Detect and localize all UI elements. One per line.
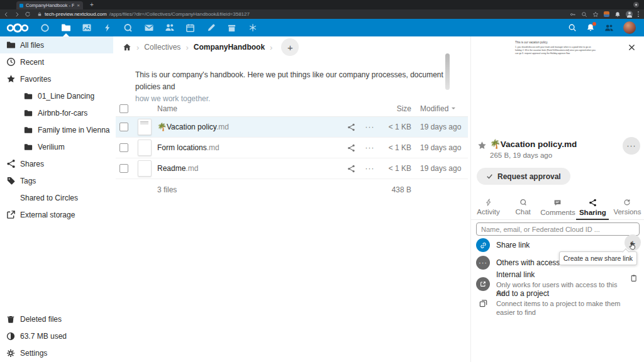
table-row[interactable]: Form locations.md ··· < 1 KB 19 days ago [116,138,468,158]
sidebar-item-folder[interactable]: Family time in Vienna [0,121,113,138]
row-actions-icon[interactable]: ··· [358,143,381,152]
add-to-project-title: Add to a project [496,289,625,299]
cursor-pointer [628,241,636,250]
sidebar-item-tags[interactable]: Tags [0,172,113,189]
browser-menu-icon[interactable] [638,11,639,16]
sidebar-item-favorites[interactable]: Favorites [0,70,113,87]
folder-icon [24,143,34,151]
file-preview: This is our vacation policy. 1. you shou… [515,41,598,55]
browser-tab[interactable]: CompanyHandbook - F × [16,1,83,9]
notifications-bell-icon[interactable] [586,23,595,32]
sidebar-item-recent[interactable]: Recent [0,53,113,70]
password-key-icon[interactable] [570,11,576,18]
extension-icon[interactable] [604,11,609,17]
file-modified: 19 days ago [420,143,468,152]
row-share-icon[interactable] [343,165,358,173]
forward-icon[interactable] [13,11,21,18]
row-actions-icon[interactable]: ··· [358,164,381,173]
reload-icon[interactable] [23,11,32,18]
new-tab-button[interactable]: + [88,1,96,9]
address-bar[interactable]: tech-preview.nextcloud.com/apps/files/?d… [37,11,250,17]
contacts-menu-icon[interactable] [604,23,614,33]
tab-versions[interactable]: Versions [610,195,644,219]
zoom-icon[interactable] [581,11,587,18]
tab-sharing[interactable]: Sharing [575,195,610,219]
row-checkbox[interactable] [119,164,128,173]
sidebar-item-all-files[interactable]: All files [0,36,113,53]
sidebar-item-folder[interactable]: Verilium [0,138,113,155]
table-row[interactable]: 🌴Vacation policy.md ··· < 1 KB 19 days a… [116,117,468,138]
tab-comments[interactable]: Comments [540,195,575,219]
home-icon[interactable] [123,43,131,52]
new-file-button[interactable]: + [281,38,299,56]
folder-icon [6,40,16,50]
request-approval-button[interactable]: Request approval [477,168,570,185]
browser-bell-icon[interactable] [614,11,621,18]
versions-icon [623,199,631,206]
app-files-icon[interactable] [55,19,76,36]
browser-avatar[interactable] [626,11,633,18]
row-share-icon[interactable] [343,123,358,131]
row-checkbox[interactable] [119,123,128,131]
app-talk-icon[interactable] [118,19,138,36]
breadcrumb-collectives[interactable]: Collectives [144,43,180,52]
sidebar-item-settings[interactable]: Settings [0,344,113,361]
bookmark-star-icon[interactable] [592,11,599,18]
sidebar-item-label: Settings [20,349,47,358]
app-activity-icon[interactable] [97,19,118,36]
select-all-checkbox[interactable] [119,104,128,113]
app-deck-icon[interactable] [221,19,242,36]
copy-clipboard-icon[interactable] [630,274,638,282]
file-name[interactable]: 🌴Vacation policy.md [157,123,337,131]
tab-close-icon[interactable]: × [77,3,80,8]
files-sidebar: All files Recent Favorites 01_Line Danci… [0,36,113,362]
row-checkbox[interactable] [119,143,128,152]
row-actions-icon[interactable]: ··· [358,123,381,131]
column-name[interactable]: Name [157,104,337,113]
search-icon[interactable] [568,23,577,32]
app-collectives-icon[interactable] [242,19,263,36]
nextcloud-logo[interactable] [6,23,30,33]
sidebar-item-label: Family time in Vienna [38,126,110,134]
app-calendar-icon[interactable] [180,19,201,36]
file-name[interactable]: Readme.md [157,164,337,173]
column-size[interactable]: Size [381,104,411,113]
sidebar-item-shared-to-circles[interactable]: Shared to Circles [0,189,113,206]
tag-icon [6,176,16,185]
sidebar-item-label: Deleted files [20,315,62,324]
share-link-row[interactable]: Share link [476,238,625,253]
favorite-star-icon[interactable] [477,141,487,150]
files-main: › Collectives › CompanyHandbook › + This… [113,36,470,362]
table-row[interactable]: Readme.md ··· < 1 KB 19 days ago [116,158,468,179]
project-icon [476,299,490,308]
folder-icon [24,109,34,118]
folder-icon [24,92,34,101]
sidebar-item-quota[interactable]: 63.7 MB used [0,327,113,344]
close-icon[interactable] [628,43,636,52]
breadcrumb-current[interactable]: CompanyHandbook [194,43,265,52]
row-share-icon[interactable] [343,144,358,152]
tab-activity[interactable]: Activity [471,195,506,219]
add-to-project-row[interactable]: Add to a project Connect items to a proj… [476,289,625,317]
user-avatar[interactable] [623,21,636,34]
share-recipient-input[interactable] [476,222,640,236]
sidebar-item-external-storage[interactable]: External storage [0,206,113,223]
sidebar-item-deleted-files[interactable]: Deleted files [0,310,113,327]
tab-chat[interactable]: Chat [506,195,540,219]
sidebar-item-shares[interactable]: Shares [0,155,113,172]
browser-profile-icon[interactable] [633,2,639,8]
file-actions-icon[interactable]: ··· [623,137,640,155]
file-doc-icon [137,119,152,135]
app-photos-icon[interactable] [76,19,97,36]
back-icon[interactable] [2,11,11,18]
sidebar-item-folder[interactable]: Airbnb-for-cars [0,104,113,121]
sidebar-item-folder[interactable]: 01_Line Dancing [0,87,113,104]
star-icon [6,74,16,84]
column-modified[interactable]: Modified [420,104,468,113]
app-contacts-icon[interactable] [159,19,180,36]
file-name[interactable]: Form locations.md [157,143,337,152]
app-notes-icon[interactable] [201,19,221,36]
scrollbar-thumb[interactable] [445,53,450,90]
app-mail-icon[interactable] [138,19,159,36]
app-dashboard-icon[interactable] [35,19,55,36]
